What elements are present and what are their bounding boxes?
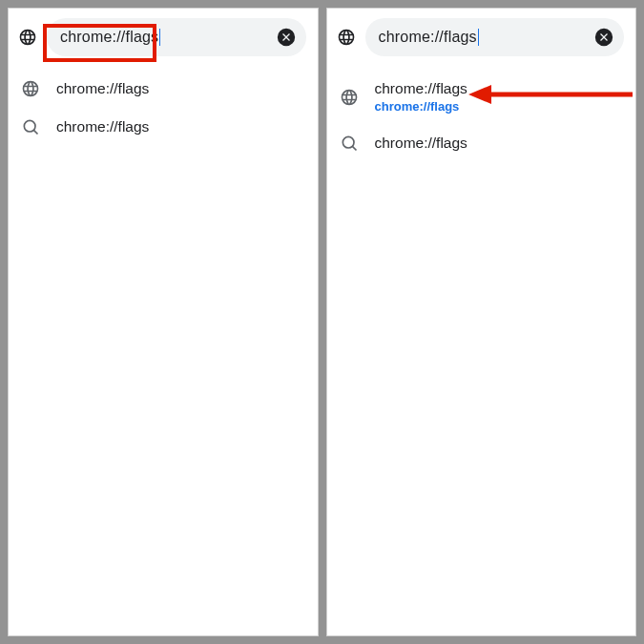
suggestion-body: chrome://flags <box>56 79 304 98</box>
suggestion-primary: chrome://flags <box>56 79 304 98</box>
suggestion-item-history[interactable]: chrome://flags <box>9 70 318 108</box>
suggestion-primary: chrome://flags <box>375 79 623 98</box>
search-icon <box>20 117 41 136</box>
globe-icon <box>20 79 41 98</box>
suggestion-item-search[interactable]: chrome://flags <box>327 124 636 162</box>
search-icon <box>339 134 360 153</box>
clear-icon[interactable] <box>276 27 297 48</box>
omnibox-row: chrome://flags <box>327 9 636 66</box>
globe-icon <box>339 88 360 107</box>
omnibox-value[interactable]: chrome://flags <box>379 27 594 48</box>
suggestion-body: chrome://flags <box>375 134 623 153</box>
suggestion-list: chrome://flags chrome://flags <box>9 66 318 150</box>
suggestion-primary: chrome://flags <box>56 117 304 136</box>
svg-line-3 <box>352 146 356 150</box>
suggestion-list: chrome://flags chrome://flags chrome://f… <box>327 66 636 166</box>
globe-icon <box>337 28 356 47</box>
omnibox-value[interactable]: chrome://flags <box>60 27 276 48</box>
svg-point-0 <box>24 120 35 132</box>
svg-point-2 <box>343 136 354 148</box>
svg-line-1 <box>33 130 37 134</box>
suggestion-item-history[interactable]: chrome://flags chrome://flags <box>327 70 636 124</box>
suggestion-item-search[interactable]: chrome://flags <box>9 108 318 146</box>
suggestion-body: chrome://flags chrome://flags <box>375 79 623 114</box>
omnibox-row: chrome://flags <box>9 9 318 66</box>
suggestion-secondary: chrome://flags <box>375 99 623 114</box>
clear-icon[interactable] <box>593 27 614 48</box>
omnibox[interactable]: chrome://flags <box>365 18 625 56</box>
suggestion-primary: chrome://flags <box>375 134 623 153</box>
omnibox[interactable]: chrome://flags <box>47 18 306 56</box>
suggestion-body: chrome://flags <box>56 117 304 136</box>
phone-right: chrome://flags chrome://flags chrome://f… <box>326 8 637 636</box>
globe-icon <box>18 28 37 47</box>
phone-left: chrome://flags chrome://flags chrome://f… <box>8 8 319 636</box>
